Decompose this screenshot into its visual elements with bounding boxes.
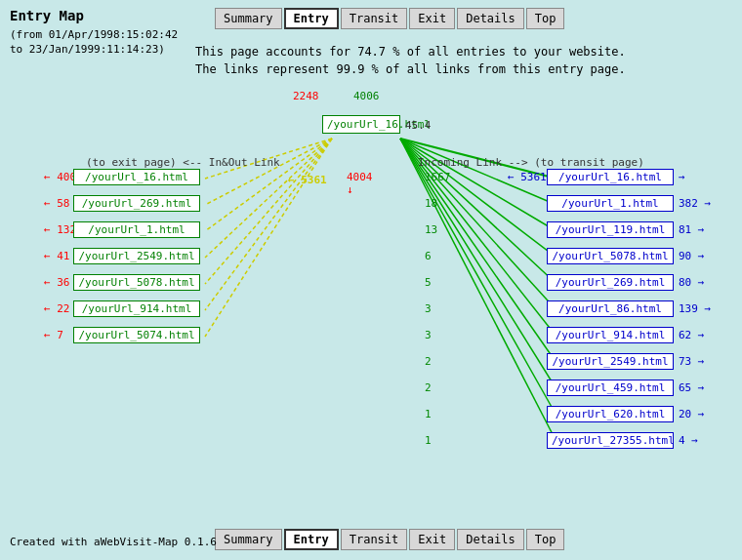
left-node-3: /yourUrl_1.html [73, 221, 200, 238]
svg-line-9 [400, 139, 556, 231]
left-node-4: /yourUrl_2549.html [73, 248, 200, 264]
right-arrow-right-11: 4 → [679, 434, 698, 447]
right-node-8: /yourUrl_2549.html [547, 353, 674, 370]
bottom-nav-exit[interactable]: Exit [409, 529, 455, 550]
right-node-10: /yourUrl_620.html [547, 406, 674, 422]
nav-top[interactable]: Top [526, 8, 565, 29]
nav-summary[interactable]: Summary [215, 8, 282, 29]
right-num-5: 5 [425, 276, 432, 289]
right-num-2: 18 [425, 197, 437, 210]
date-range: (from 01/Apr/1998:15:02:42to 23/Jan/1999… [10, 27, 178, 58]
right-node-6: /yourUrl_86.html [547, 300, 674, 317]
center-down-num: 4004 ↓ [347, 171, 373, 196]
right-arrow-right-10: 20 → [679, 408, 705, 420]
left-node-7: /yourUrl_5074.html [73, 327, 200, 343]
right-arrow-right-4: 90 → [679, 250, 705, 262]
bottom-nav-summary[interactable]: Summary [215, 529, 282, 550]
left-num-7: ← 7 [44, 329, 63, 341]
nav-details[interactable]: Details [457, 8, 524, 29]
right-arrow-right-8: 73 → [679, 355, 705, 368]
top-left-number: 2248 [293, 90, 319, 102]
bottom-nav-transit[interactable]: Transit [341, 529, 408, 550]
right-label: Incoming Link --> (to transit page) [418, 156, 644, 169]
right-node-2: /yourUrl_1.html [547, 195, 674, 212]
description: This page accounts for 74.7 % of all ent… [195, 43, 626, 78]
right-node-1: /yourUrl_16.html [547, 169, 674, 185]
left-node-1: /yourUrl_16.html [73, 169, 200, 185]
top-nav: Summary Entry Transit Exit Details Top [215, 8, 564, 29]
left-num-2: ← 58 [44, 197, 70, 210]
left-label: (to exit page) <-- In&Out Link [86, 156, 280, 169]
svg-line-17 [400, 139, 556, 442]
center-link-left: ← 5361 [288, 174, 327, 186]
right-arrow-right-7: 62 → [679, 329, 705, 341]
right-arrow-right-1: → [679, 171, 685, 183]
svg-line-1 [205, 139, 332, 205]
left-num-5: ← 36 [44, 276, 70, 289]
right-num-3: 13 [425, 223, 437, 236]
top-right-number: 4006 [353, 90, 380, 102]
left-num-6: ← 22 [44, 302, 70, 315]
bottom-nav-top[interactable]: Top [526, 529, 565, 550]
right-num-4: 6 [425, 250, 432, 262]
right-num-7: 3 [425, 329, 432, 341]
right-num-11: 1 [425, 434, 432, 447]
nav-entry[interactable]: Entry [284, 8, 339, 29]
center-percent: 45.4 [405, 119, 432, 132]
right-arrow-right-9: 65 → [679, 381, 705, 394]
bottom-nav-entry[interactable]: Entry [284, 529, 339, 550]
left-num-3: ← 132 [44, 223, 76, 236]
right-node-9: /yourUrl_459.html [547, 380, 674, 396]
nav-exit[interactable]: Exit [409, 8, 455, 29]
footer-text: Created with aWebVisit-Map 0.1.6 [10, 536, 217, 548]
left-node-2: /yourUrl_269.html [73, 195, 200, 212]
right-node-5: /yourUrl_269.html [547, 274, 674, 291]
right-num-1: 1667 [425, 171, 451, 183]
right-arrow-left-1: ← 5361 [508, 171, 547, 183]
right-node-3: /yourUrl_119.html [547, 221, 674, 238]
right-num-10: 1 [425, 408, 432, 420]
bottom-nav-details[interactable]: Details [457, 529, 524, 550]
bottom-nav: Summary Entry Transit Exit Details Top [215, 529, 564, 550]
right-arrow-right-6: 139 → [679, 302, 711, 315]
right-arrow-right-3: 81 → [679, 223, 705, 236]
left-num-4: ← 41 [44, 250, 70, 262]
left-node-5: /yourUrl_5078.html [73, 274, 200, 291]
right-num-8: 2 [425, 355, 432, 368]
left-node-6: /yourUrl_914.html [73, 300, 200, 317]
center-node: /yourUrl_16.html [322, 115, 400, 134]
right-node-11: /yourUrl_27355.html [547, 432, 674, 449]
right-num-6: 3 [425, 302, 432, 315]
right-node-4: /yourUrl_5078.html [547, 248, 674, 264]
nav-transit[interactable]: Transit [341, 8, 408, 29]
right-arrow-right-5: 80 → [679, 276, 705, 289]
page-title: Entry Map [10, 8, 84, 23]
right-node-7: /yourUrl_914.html [547, 327, 674, 343]
right-num-9: 2 [425, 381, 432, 394]
right-arrow-right-2: 382 → [679, 197, 711, 210]
